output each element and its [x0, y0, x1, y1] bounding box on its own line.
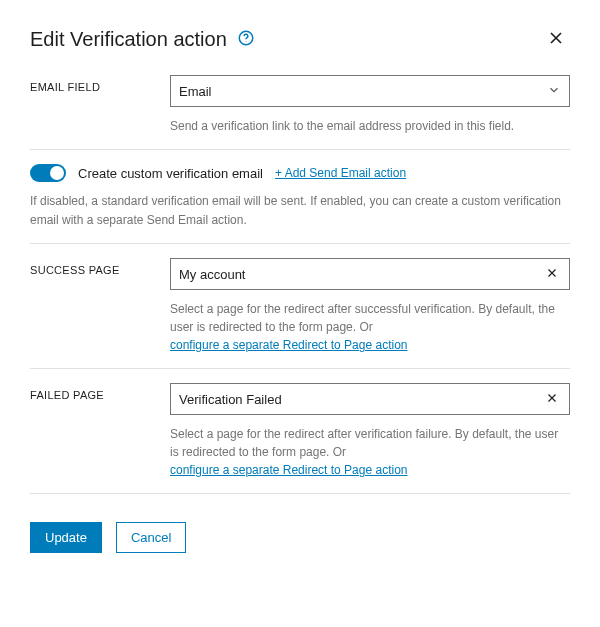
success-page-desc-text: Select a page for the redirect after suc… — [170, 302, 555, 334]
custom-email-desc: If disabled, a standard verification ema… — [30, 192, 570, 229]
modal-title: Edit Verification action — [30, 28, 227, 51]
modal-header: Edit Verification action — [30, 24, 570, 55]
email-field-label: EMAIL FIELD — [30, 75, 170, 93]
failed-page-label: FAILED PAGE — [30, 383, 170, 401]
success-page-value: My account — [179, 267, 543, 282]
chevron-down-icon — [547, 83, 561, 100]
failed-page-section: FAILED PAGE Verification Failed Select a… — [30, 369, 570, 494]
success-page-section: SUCCESS PAGE My account Select a page fo… — [30, 244, 570, 369]
success-page-redirect-link[interactable]: configure a separate Redirect to Page ac… — [170, 338, 407, 352]
modal-footer: Update Cancel — [30, 522, 570, 553]
email-field-desc: Send a verification link to the email ad… — [170, 117, 570, 135]
update-button[interactable]: Update — [30, 522, 102, 553]
failed-page-value: Verification Failed — [179, 392, 543, 407]
svg-point-1 — [245, 41, 246, 42]
title-wrap: Edit Verification action — [30, 28, 255, 51]
help-icon[interactable] — [237, 29, 255, 50]
cancel-button[interactable]: Cancel — [116, 522, 186, 553]
custom-email-toggle-label: Create custom verification email — [78, 166, 263, 181]
custom-email-toggle[interactable] — [30, 164, 66, 182]
failed-page-clear-button[interactable] — [543, 389, 561, 410]
custom-email-section: Create custom verification email + Add S… — [30, 150, 570, 244]
edit-verification-modal: Edit Verification action EMAIL FIELD Ema… — [0, 0, 600, 583]
failed-page-input[interactable]: Verification Failed — [170, 383, 570, 415]
add-send-email-link[interactable]: + Add Send Email action — [275, 166, 406, 180]
failed-page-desc: Select a page for the redirect after ver… — [170, 425, 570, 479]
failed-page-desc-text: Select a page for the redirect after ver… — [170, 427, 558, 459]
close-button[interactable] — [542, 24, 570, 55]
success-page-label: SUCCESS PAGE — [30, 258, 170, 276]
email-field-select[interactable]: Email — [170, 75, 570, 107]
email-field-value: Email — [179, 84, 547, 99]
failed-page-redirect-link[interactable]: configure a separate Redirect to Page ac… — [170, 463, 407, 477]
email-field-section: EMAIL FIELD Email Send a verification li… — [30, 69, 570, 150]
success-page-input[interactable]: My account — [170, 258, 570, 290]
success-page-desc: Select a page for the redirect after suc… — [170, 300, 570, 354]
success-page-clear-button[interactable] — [543, 264, 561, 285]
